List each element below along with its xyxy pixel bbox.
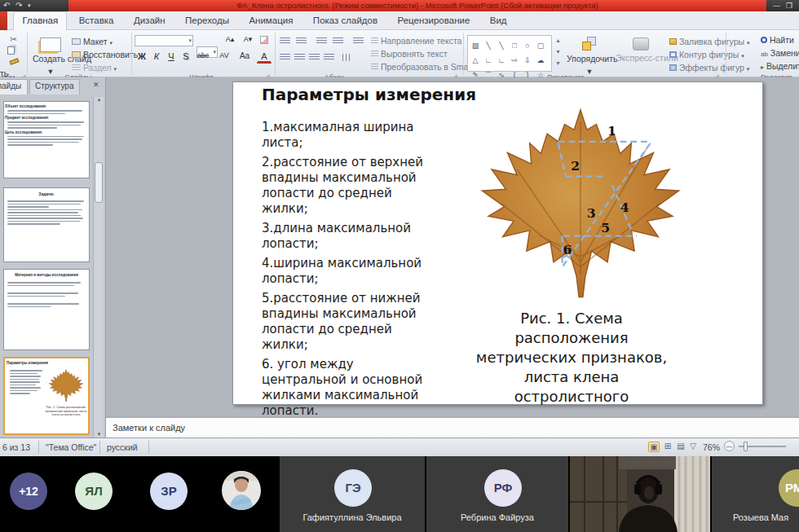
tab-review[interactable]: Рецензирование (390, 12, 479, 31)
change-case-button[interactable]: Aa (236, 51, 254, 61)
align-left-icon[interactable] (280, 54, 290, 61)
reset-button[interactable]: Восстановить (72, 50, 138, 59)
tab-slideshow[interactable]: Показ слайдов (305, 12, 386, 31)
align-center-icon[interactable] (294, 54, 305, 61)
bold-button[interactable]: Ж (135, 51, 149, 62)
shapes-gallery[interactable]: ▧╲╲□○▢△∟∟⇨⇩☁✎⌒∿{}☆ (467, 35, 552, 72)
view-normal-button[interactable]: ▣ (648, 442, 660, 452)
redo-icon[interactable]: ↷ (15, 0, 22, 11)
scroll-down-icon[interactable]: ▼ (94, 432, 104, 437)
layout-button[interactable]: Макет ▾ (72, 37, 113, 46)
tab-slides-thumbnails[interactable]: Слайды (0, 79, 28, 95)
tab-transitions[interactable]: Переходы (177, 12, 237, 31)
undo-icon[interactable]: ↶ (3, 0, 10, 11)
zoom-out-button[interactable]: — (724, 441, 735, 451)
strikethrough-button[interactable]: abc (193, 51, 213, 60)
align-text-button[interactable]: Выровнять текст (371, 49, 448, 59)
list-item: 1.максималная ширина листа; (262, 120, 437, 151)
bullets-icon[interactable] (280, 37, 290, 45)
minimize-button[interactable]: — (773, 0, 780, 11)
qat-more-icon[interactable]: ▾ (28, 0, 31, 11)
participant-name: Гафиятуллина Эльвира (280, 512, 425, 522)
shapes-scroll-down-icon[interactable]: ▼ (555, 49, 561, 55)
quick-styles-button[interactable]: Экспресс-стили (616, 35, 666, 62)
participant-avatar: РМ (779, 469, 799, 507)
view-slide-sorter-button[interactable]: ⊞ (662, 442, 673, 451)
figure-label-4: 4 (620, 200, 629, 215)
participant-tile[interactable]: РФ Ребрина Файруза (426, 456, 568, 532)
font-name-combo[interactable]: ▾ (135, 35, 193, 46)
grow-font-button[interactable]: A▴ (221, 34, 239, 44)
scroll-up-icon[interactable]: ▲ (94, 97, 104, 102)
notes-placeholder: Заметки к слайду (113, 423, 185, 433)
line-spacing-icon[interactable] (353, 37, 364, 45)
view-reading-button[interactable]: ▤ (675, 442, 686, 451)
tab-view[interactable]: Вид (482, 12, 515, 31)
decrease-indent-icon[interactable] (316, 37, 327, 45)
replace-button[interactable]: ab Заменить (761, 48, 799, 58)
tab-design[interactable]: Дизайн (126, 12, 174, 31)
participant-name: Ребрина Файруза (426, 512, 568, 522)
text-shadow-button[interactable]: S (179, 51, 193, 62)
tab-outline[interactable]: Структура (29, 79, 80, 95)
shape-fill-button[interactable]: Заливка фигуры ▾ (669, 37, 750, 46)
scrollbar-thumb[interactable] (95, 162, 103, 203)
new-slide-button[interactable]: Создать слайд ▾ (33, 36, 68, 77)
shapes-more-icon[interactable]: ▼ (555, 60, 561, 66)
slide-thumbnail-1[interactable]: Объект исследования: Предмет исследовани… (3, 101, 90, 178)
format-painter-icon[interactable] (9, 58, 19, 64)
font-color-button[interactable]: A (257, 51, 271, 64)
new-slide-label: Создать слайд (33, 55, 68, 63)
shapes-scroll-up-icon[interactable]: ▲ (555, 37, 561, 43)
text-direction-button[interactable]: Направление текста (371, 36, 461, 46)
leaf-figure-image[interactable]: 1 2 3 4 5 6 (461, 94, 700, 301)
slide-thumbnail-4-selected[interactable]: Параметры измерения Рис. 1. Схема распол… (3, 357, 90, 435)
cut-icon[interactable]: ✂ (10, 34, 17, 45)
zoom-level[interactable]: 76% (703, 442, 720, 452)
tab-animations[interactable]: Анимация (241, 12, 301, 31)
clear-formatting-icon[interactable] (260, 36, 268, 44)
shape-outline-button[interactable]: Контур фигуры ▾ (669, 50, 744, 59)
copy-icon[interactable] (7, 46, 15, 55)
divider (99, 441, 100, 454)
file-tab-sliver[interactable] (0, 11, 7, 30)
participant-tile[interactable]: РМ Розыева Мая (712, 456, 799, 532)
find-button[interactable]: Найти (761, 35, 794, 45)
shrink-font-button[interactable]: A▾ (239, 34, 257, 44)
participant-tile[interactable]: ГЭ Гафиятуллина Эльвира (280, 456, 425, 532)
shape-effects-button[interactable]: Эффекты фигур ▾ (669, 63, 749, 73)
italic-button[interactable]: К (149, 51, 164, 62)
participant-photo-avatar[interactable] (222, 471, 261, 510)
participant-name: Розыева Мая (712, 512, 799, 522)
align-right-icon[interactable] (309, 54, 320, 61)
tab-insert[interactable]: Вставка (71, 12, 122, 31)
participant-overflow-badge[interactable]: +12 (10, 473, 47, 510)
numbering-icon[interactable] (296, 37, 307, 45)
participant-avatar[interactable]: ЗР (150, 473, 188, 510)
columns-icon[interactable] (342, 54, 352, 61)
align-justify-icon[interactable] (324, 54, 334, 61)
underline-button[interactable]: Ч (164, 51, 179, 62)
maximize-button[interactable]: ❐ (786, 0, 792, 11)
slide-canvas[interactable]: Параметры измерения 1.максималная ширина… (232, 81, 763, 405)
zoom-slider-thumb[interactable] (744, 442, 748, 451)
slide-title[interactable]: Параметры измерения (262, 85, 476, 104)
language-indicator[interactable]: русский (107, 442, 138, 452)
slide-thumbnail-3[interactable]: Материал и методы исследования (3, 269, 90, 350)
participant-avatar[interactable]: ЯЛ (75, 473, 113, 510)
slide-body-text[interactable]: 1.максималная ширина листа; 2.расстояние… (262, 120, 437, 423)
close-panel-icon[interactable]: ✕ (93, 81, 99, 89)
slide-thumbnail-2[interactable]: Задачи: (3, 187, 90, 262)
arrange-button[interactable]: Упорядочить ▾ (567, 35, 612, 77)
ribbon-tab-bar: Главная Вставка Дизайн Переходы Анимация… (0, 11, 799, 30)
sidebar-scrollbar[interactable]: ▲ ▼ (93, 97, 104, 437)
increase-indent-icon[interactable] (333, 37, 343, 45)
section-button[interactable]: Раздел ▾ (72, 63, 117, 73)
view-slideshow-button[interactable]: ▽ (687, 442, 699, 451)
figure-caption[interactable]: Рис. 1. Схема расположения метрических п… (475, 309, 669, 407)
tab-home[interactable]: Главная (13, 11, 67, 30)
select-button[interactable]: ▸ Выделить (761, 61, 799, 71)
character-spacing-button[interactable]: AV (214, 51, 234, 60)
participant-video-tile[interactable] (570, 456, 710, 532)
notes-pane[interactable]: Заметки к слайду (106, 416, 799, 437)
